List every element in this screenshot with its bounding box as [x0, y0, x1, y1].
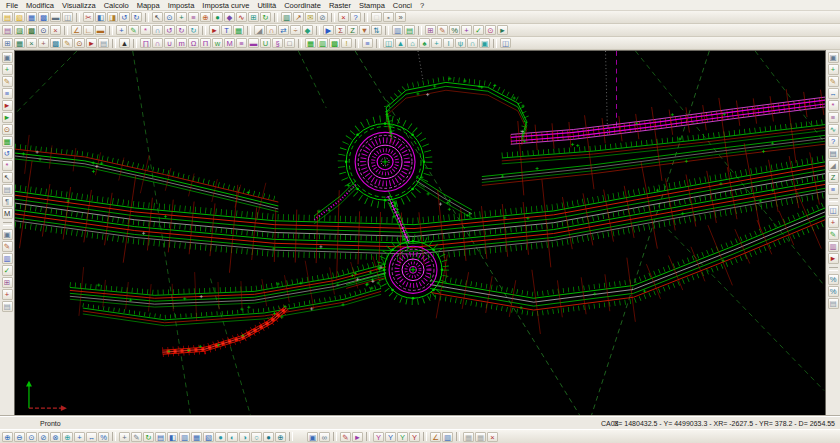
- profile-z-icon[interactable]: Z: [347, 25, 358, 35]
- zoom-extents-icon[interactable]: ⊗: [50, 432, 61, 442]
- hatch-icon[interactable]: ▨: [14, 25, 25, 35]
- menu-item-imposta[interactable]: Imposta: [164, 1, 199, 10]
- curve-right-icon[interactable]: ↻: [176, 25, 187, 35]
- xsection-terrain-icon[interactable]: ∏: [140, 38, 151, 48]
- paragraph-icon[interactable]: ¶: [2, 196, 13, 207]
- blank-icon[interactable]: □: [371, 12, 382, 22]
- zoom-scale-icon[interactable]: %: [98, 432, 109, 442]
- raster-image-icon[interactable]: ▣: [479, 38, 490, 48]
- grid-icon[interactable]: ⊞: [248, 12, 259, 22]
- timer-icon[interactable]: ⊙: [2, 124, 13, 135]
- world-icon[interactable]: ⊕: [275, 432, 286, 442]
- grid-table-icon[interactable]: ▦: [14, 38, 25, 48]
- camera-view-icon[interactable]: ▣: [2, 52, 13, 63]
- clock-icon[interactable]: ⊙: [74, 38, 85, 48]
- arc-tool-icon[interactable]: ∩: [266, 25, 277, 35]
- cut-icon[interactable]: ✂: [83, 12, 94, 22]
- layers-right-icon[interactable]: ▤: [828, 148, 839, 159]
- menu-item--[interactable]: ?: [416, 1, 428, 10]
- swap-axes-icon[interactable]: ⇅: [371, 25, 382, 35]
- menu-item-coordinate[interactable]: Coordinate: [280, 1, 325, 10]
- profile-wave-icon[interactable]: ∿: [828, 124, 839, 135]
- flag-marker-icon[interactable]: ►: [86, 38, 97, 48]
- edit-right-icon[interactable]: ✎: [828, 76, 839, 87]
- filter-green-icon[interactable]: Y: [397, 432, 408, 442]
- offset-segment-icon[interactable]: ∠: [71, 25, 82, 35]
- menu-item-mappa[interactable]: Mappa: [133, 1, 164, 10]
- filter-blue-icon[interactable]: Y: [385, 432, 396, 442]
- send-back-icon[interactable]: ⊘: [317, 12, 328, 22]
- green-cells-icon[interactable]: ▥: [317, 38, 328, 48]
- divide-icon[interactable]: ÷: [290, 25, 301, 35]
- add-entity-icon[interactable]: +: [2, 64, 13, 75]
- xsection-pave-icon[interactable]: U: [260, 38, 271, 48]
- plus-red-icon[interactable]: +: [2, 289, 13, 300]
- copy-right-icon[interactable]: ◫: [828, 205, 839, 216]
- new-file-icon[interactable]: ▤: [2, 12, 13, 22]
- regen-all-icon[interactable]: ↻: [143, 432, 154, 442]
- undo-icon[interactable]: ↺: [119, 12, 130, 22]
- save-view-icon[interactable]: ▣: [307, 432, 318, 442]
- panel-icon[interactable]: ▤: [2, 184, 13, 195]
- edit-sheet-icon[interactable]: ✎: [437, 25, 448, 35]
- view-3d-icon[interactable]: ◧: [167, 432, 178, 442]
- data-list-icon[interactable]: ▥: [2, 253, 13, 264]
- paste-icon[interactable]: ◨: [107, 12, 118, 22]
- xsection-slab-icon[interactable]: ▬: [248, 38, 259, 48]
- walkthrough-icon[interactable]: ►: [497, 25, 508, 35]
- zoom-window-b-icon[interactable]: ⊙: [26, 432, 37, 442]
- flag-right-icon[interactable]: ►: [828, 253, 839, 264]
- anchor-icon[interactable]: +: [461, 25, 472, 35]
- quick-run-icon[interactable]: !: [341, 38, 352, 48]
- xsection-cut-icon[interactable]: ∪: [164, 38, 175, 48]
- percent-a-icon[interactable]: %: [828, 274, 839, 285]
- open-folder-icon[interactable]: ▧: [14, 12, 25, 22]
- document-icon[interactable]: ▤: [98, 38, 109, 48]
- levels-icon[interactable]: ≡: [828, 112, 839, 123]
- menu-item-calcolo[interactable]: Calcolo: [100, 1, 133, 10]
- section-marks-icon[interactable]: ▼: [359, 25, 370, 35]
- erase-icon[interactable]: ×: [50, 25, 61, 35]
- select-pointer-icon[interactable]: ↖: [152, 12, 163, 22]
- print-preview-icon[interactable]: ◫: [62, 12, 73, 22]
- drawing-canvas[interactable]: [14, 50, 826, 416]
- rotate-view-icon[interactable]: ↻: [188, 25, 199, 35]
- copy-page-icon[interactable]: ◫: [500, 38, 511, 48]
- regen-icon[interactable]: ↻: [260, 12, 271, 22]
- angle-tool-icon[interactable]: ∠: [430, 432, 441, 442]
- layout-1-icon[interactable]: ▥: [179, 432, 190, 442]
- export-icon[interactable]: ↗: [293, 12, 304, 22]
- curve-left-icon[interactable]: ↺: [164, 25, 175, 35]
- table-icon[interactable]: ▥: [281, 12, 292, 22]
- calc-sheet-icon[interactable]: ⊞: [425, 25, 436, 35]
- slope-icon[interactable]: ◢: [254, 25, 265, 35]
- info-list-icon[interactable]: ≡: [828, 184, 839, 195]
- text-tool-icon[interactable]: T: [221, 25, 232, 35]
- disabled-2-icon[interactable]: ▦: [475, 432, 486, 442]
- grid-left-icon[interactable]: ⊞: [2, 277, 13, 288]
- xsection-layers-icon[interactable]: ≡: [236, 38, 247, 48]
- statistics-icon[interactable]: ▥: [392, 25, 403, 35]
- sheet-right-icon[interactable]: ▥: [828, 241, 839, 252]
- query-icon[interactable]: ?: [828, 136, 839, 147]
- globe-4-icon[interactable]: ○: [251, 432, 262, 442]
- zoom-in-icon[interactable]: ⊕: [2, 432, 13, 442]
- globe-1-icon[interactable]: ●: [215, 432, 226, 442]
- underpass-icon[interactable]: ∩: [467, 38, 478, 48]
- mirror-icon[interactable]: ⇄: [278, 25, 289, 35]
- edit-pencil-icon[interactable]: ✎: [2, 241, 13, 252]
- disabled-1-icon[interactable]: ▦: [463, 432, 474, 442]
- doc-left-icon[interactable]: ▤: [2, 301, 13, 312]
- edit-vertex-icon[interactable]: ✎: [128, 25, 139, 35]
- zoom-selected-icon[interactable]: +: [74, 432, 85, 442]
- label-flag-icon[interactable]: ►: [209, 25, 220, 35]
- check-icon[interactable]: ✓: [473, 25, 484, 35]
- percent-icon[interactable]: %: [449, 25, 460, 35]
- offset-level-icon[interactable]: ▬: [95, 25, 106, 35]
- binoculars-icon[interactable]: M: [2, 208, 13, 219]
- help-icon[interactable]: ?: [350, 12, 361, 22]
- view-eye-icon[interactable]: ⊙: [485, 25, 496, 35]
- entity-list-icon[interactable]: ≡: [2, 88, 13, 99]
- draw-pencil-icon[interactable]: ✎: [2, 76, 13, 87]
- menu-item-raster[interactable]: Raster: [325, 1, 355, 10]
